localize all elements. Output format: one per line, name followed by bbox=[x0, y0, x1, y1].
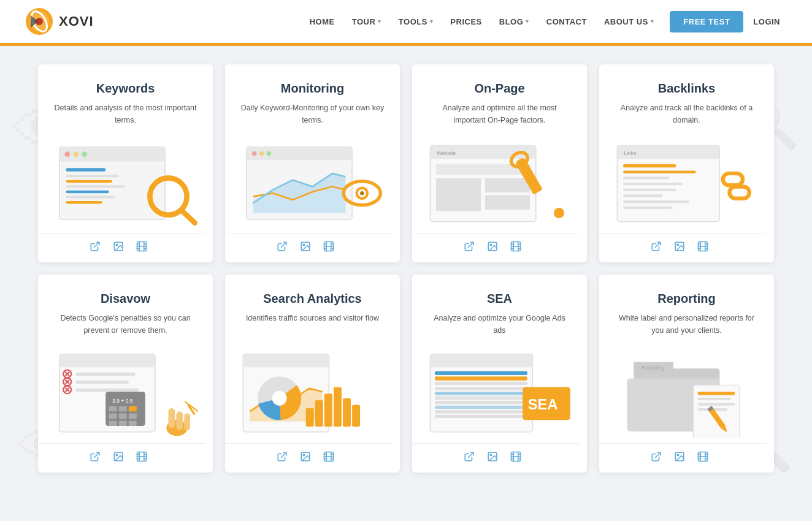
card-search-analytics-footer bbox=[218, 443, 393, 473]
card-reporting-desc: White label and personalized reports for… bbox=[614, 312, 759, 343]
card-disavow-link-icon[interactable] bbox=[90, 451, 101, 465]
svg-rect-79 bbox=[623, 177, 669, 179]
svg-rect-149 bbox=[324, 394, 332, 427]
card-backlinks-film-icon[interactable] bbox=[697, 241, 708, 255]
svg-rect-99 bbox=[59, 354, 155, 368]
nav-tools[interactable]: TOOLS ▾ bbox=[391, 12, 441, 31]
svg-rect-11 bbox=[66, 175, 119, 177]
svg-rect-116 bbox=[129, 406, 137, 412]
card-onpage-image-icon[interactable] bbox=[487, 241, 498, 255]
nav-tour-caret: ▾ bbox=[378, 18, 381, 25]
svg-rect-165 bbox=[430, 354, 532, 368]
card-keywords-image bbox=[53, 143, 198, 223]
nav-home[interactable]: HOME bbox=[302, 12, 342, 31]
svg-rect-194 bbox=[698, 392, 735, 395]
svg-rect-15 bbox=[66, 196, 116, 198]
svg-rect-174 bbox=[435, 410, 527, 413]
svg-rect-58 bbox=[485, 195, 530, 210]
card-reporting-image-icon[interactable] bbox=[674, 451, 685, 465]
card-disavow-title: Disavow bbox=[101, 292, 150, 306]
svg-point-43 bbox=[303, 244, 304, 245]
card-monitoring-footer bbox=[218, 233, 393, 262]
nav-tools-caret: ▾ bbox=[430, 18, 434, 25]
svg-line-87 bbox=[655, 242, 660, 247]
svg-point-180 bbox=[490, 454, 491, 455]
svg-line-19 bbox=[94, 242, 99, 247]
card-disavow-footer bbox=[31, 443, 205, 473]
svg-line-129 bbox=[94, 452, 99, 457]
card-search-analytics: Search Analytics Identifies traffic sour… bbox=[225, 275, 400, 473]
svg-rect-114 bbox=[109, 406, 117, 412]
card-monitoring: Monitoring Daily Keyword-Monitoring of y… bbox=[225, 64, 400, 262]
svg-rect-16 bbox=[66, 201, 102, 203]
card-onpage-link-icon[interactable] bbox=[464, 241, 475, 255]
card-monitoring-link-icon[interactable] bbox=[277, 241, 288, 255]
card-sea-film-icon[interactable] bbox=[510, 451, 521, 465]
svg-rect-175 bbox=[435, 415, 527, 418]
svg-text:SEA: SEA bbox=[528, 397, 558, 413]
card-backlinks-image: Links bbox=[614, 143, 759, 223]
card-keywords-desc: Details and analysis of the most importa… bbox=[53, 102, 198, 132]
svg-rect-85 bbox=[723, 173, 743, 185]
svg-text:Reporting: Reporting bbox=[642, 365, 665, 371]
card-reporting-footer bbox=[592, 443, 767, 473]
card-backlinks-image-icon[interactable] bbox=[674, 241, 685, 255]
svg-point-203 bbox=[677, 454, 678, 455]
card-search-analytics-image-icon[interactable] bbox=[300, 451, 311, 465]
svg-rect-126 bbox=[184, 414, 190, 430]
card-reporting-film-icon[interactable] bbox=[697, 451, 708, 465]
svg-rect-124 bbox=[169, 408, 175, 428]
svg-rect-81 bbox=[623, 189, 676, 191]
svg-rect-119 bbox=[129, 414, 137, 419]
card-sea-image-icon[interactable] bbox=[487, 451, 498, 465]
svg-rect-120 bbox=[109, 421, 117, 427]
main-nav: HOME TOUR ▾ TOOLS ▾ PRICES BLOG ▾ CONTAC… bbox=[302, 11, 787, 32]
svg-rect-173 bbox=[435, 406, 527, 409]
card-search-analytics-film-icon[interactable] bbox=[323, 451, 334, 465]
card-sea-image: SEA bbox=[427, 354, 572, 433]
header: XOVI HOME TOUR ▾ TOOLS ▾ PRICES BLOG ▾ C… bbox=[0, 0, 812, 43]
svg-line-153 bbox=[281, 452, 286, 457]
nav-tour[interactable]: TOUR ▾ bbox=[345, 12, 389, 31]
card-disavow-image-icon[interactable] bbox=[113, 451, 124, 465]
card-search-analytics-link-icon[interactable] bbox=[277, 451, 288, 465]
disavow-illustration: 3.9 + 0.5 bbox=[53, 349, 198, 438]
svg-rect-147 bbox=[306, 408, 314, 427]
nav-contact[interactable]: CONTACT bbox=[539, 12, 594, 31]
card-onpage-film-icon[interactable] bbox=[510, 241, 521, 255]
login-button[interactable]: LOGIN bbox=[746, 12, 787, 31]
card-disavow: Disavow Detects Google's penalties so yo… bbox=[38, 275, 213, 473]
logo[interactable]: XOVI bbox=[25, 7, 94, 36]
card-monitoring-film-icon[interactable] bbox=[323, 241, 334, 255]
svg-rect-118 bbox=[119, 414, 127, 419]
card-sea-link-icon[interactable] bbox=[464, 451, 475, 465]
svg-rect-152 bbox=[352, 405, 360, 427]
card-sea-footer bbox=[405, 443, 580, 473]
card-keywords-image-icon[interactable] bbox=[113, 241, 124, 255]
card-keywords-film-icon[interactable] bbox=[136, 241, 147, 255]
card-search-analytics-image bbox=[240, 354, 385, 433]
card-monitoring-title: Monitoring bbox=[281, 82, 344, 96]
svg-text:Website: Website bbox=[437, 150, 456, 156]
card-keywords-title: Keywords bbox=[96, 82, 155, 96]
nav-blog[interactable]: BLOG ▾ bbox=[492, 12, 537, 31]
svg-rect-10 bbox=[66, 168, 106, 171]
card-monitoring-image-icon[interactable] bbox=[300, 241, 311, 255]
svg-rect-57 bbox=[485, 178, 530, 192]
card-sea-title: SEA bbox=[487, 292, 512, 306]
svg-point-131 bbox=[116, 454, 117, 455]
card-backlinks-link-icon[interactable] bbox=[651, 241, 662, 255]
card-disavow-image: 3.9 + 0.5 bbox=[53, 354, 198, 433]
card-sea-desc: Analyze and optimize your Google Ads ads bbox=[427, 312, 572, 343]
card-monitoring-desc: Daily Keyword-Monitoring of your own key… bbox=[240, 102, 385, 132]
svg-point-7 bbox=[64, 151, 70, 157]
card-disavow-film-icon[interactable] bbox=[136, 451, 147, 465]
free-test-button[interactable]: FREE TEST bbox=[670, 11, 743, 32]
sea-illustration: SEA bbox=[427, 349, 572, 438]
logo-icon bbox=[25, 7, 54, 36]
card-keywords-link-icon[interactable] bbox=[90, 241, 101, 255]
nav-about[interactable]: ABOUT US ▾ bbox=[597, 12, 661, 31]
card-reporting-link-icon[interactable] bbox=[651, 451, 662, 465]
nav-prices[interactable]: PRICES bbox=[443, 12, 489, 31]
svg-rect-151 bbox=[343, 398, 351, 427]
